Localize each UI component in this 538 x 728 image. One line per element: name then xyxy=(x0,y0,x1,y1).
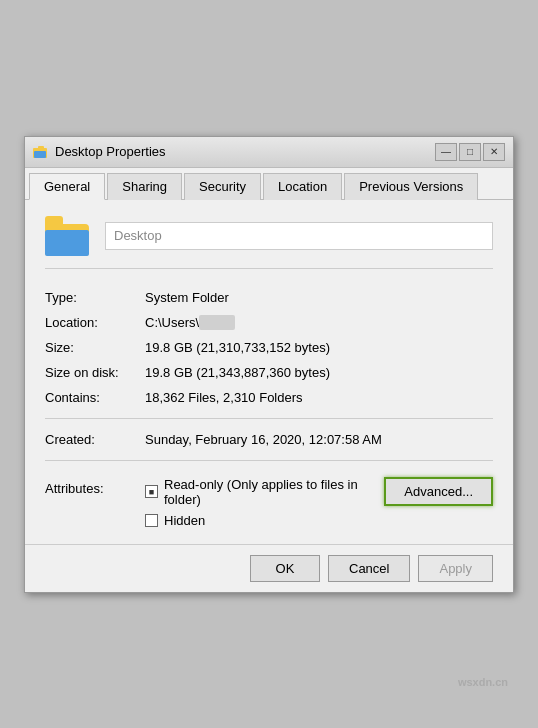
watermark: wsxdn.cn xyxy=(458,676,508,688)
location-value: C:\Users\ xyxy=(145,310,493,335)
size-on-disk-label: Size on disk: xyxy=(45,360,145,385)
maximize-button[interactable]: □ xyxy=(459,143,481,161)
tab-general[interactable]: General xyxy=(29,173,105,200)
folder-front xyxy=(45,230,89,256)
type-label: Type: xyxy=(45,285,145,310)
desktop-properties-window: Desktop Properties — □ ✕ General Sharing… xyxy=(24,136,514,593)
divider-1 xyxy=(45,418,493,419)
tab-security[interactable]: Security xyxy=(184,173,261,200)
advanced-button[interactable]: Advanced... xyxy=(384,477,493,506)
hidden-checkbox[interactable] xyxy=(145,514,158,527)
properties-grid: Type: System Folder Location: C:\Users\ … xyxy=(45,285,493,469)
folder-header xyxy=(45,216,493,269)
readonly-label: Read-only (Only applies to files in fold… xyxy=(164,477,376,507)
size-label: Size: xyxy=(45,335,145,360)
type-value: System Folder xyxy=(145,285,493,310)
window-title: Desktop Properties xyxy=(55,144,166,159)
created-value: Sunday, February 16, 2020, 12:07:58 AM xyxy=(145,427,493,452)
tabs-bar: General Sharing Security Location Previo… xyxy=(25,168,513,200)
folder-tab xyxy=(45,216,63,224)
readonly-line-left: Read-only (Only applies to files in fold… xyxy=(145,477,376,507)
contains-label: Contains: xyxy=(45,385,145,410)
created-label: Created: xyxy=(45,427,145,452)
blurred-username xyxy=(199,315,235,330)
title-bar-left: Desktop Properties xyxy=(33,144,166,160)
contains-value: 18,362 Files, 2,310 Folders xyxy=(145,385,493,410)
attributes-controls: Read-only (Only applies to files in fold… xyxy=(145,477,493,528)
window-icon xyxy=(33,144,49,160)
ok-button[interactable]: OK xyxy=(250,555,320,582)
cancel-button[interactable]: Cancel xyxy=(328,555,410,582)
svg-rect-2 xyxy=(34,151,46,158)
divider-2 xyxy=(45,460,493,461)
hidden-line: Hidden xyxy=(145,513,493,528)
apply-button[interactable]: Apply xyxy=(418,555,493,582)
readonly-line: Read-only (Only applies to files in fold… xyxy=(145,477,493,507)
attributes-label: Attributes: xyxy=(45,477,145,496)
readonly-checkbox[interactable] xyxy=(145,485,158,498)
title-bar: Desktop Properties — □ ✕ xyxy=(25,137,513,168)
hidden-label: Hidden xyxy=(164,513,205,528)
tab-sharing[interactable]: Sharing xyxy=(107,173,182,200)
title-bar-buttons: — □ ✕ xyxy=(435,143,505,161)
close-button[interactable]: ✕ xyxy=(483,143,505,161)
tab-content-general: Type: System Folder Location: C:\Users\ … xyxy=(25,200,513,544)
size-on-disk-value: 19.8 GB (21,343,887,360 bytes) xyxy=(145,360,493,385)
folder-name-input[interactable] xyxy=(105,222,493,250)
size-value: 19.8 GB (21,310,733,152 bytes) xyxy=(145,335,493,360)
tab-previous-versions[interactable]: Previous Versions xyxy=(344,173,478,200)
svg-rect-1 xyxy=(38,146,44,149)
minimize-button[interactable]: — xyxy=(435,143,457,161)
folder-icon xyxy=(45,216,93,256)
tab-location[interactable]: Location xyxy=(263,173,342,200)
location-label: Location: xyxy=(45,310,145,335)
attributes-row: Attributes: Read-only (Only applies to f… xyxy=(45,477,493,528)
footer: OK Cancel Apply xyxy=(25,544,513,592)
